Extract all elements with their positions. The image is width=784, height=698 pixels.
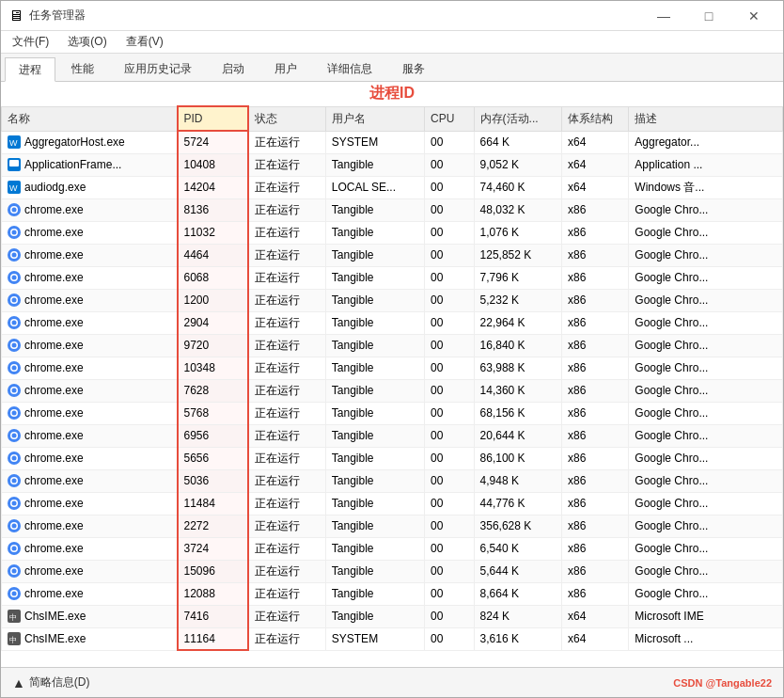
table-row[interactable]: chrome.exe6956正在运行Tangible0020,644 Kx86G… — [2, 424, 783, 447]
process-cpu: 00 — [424, 153, 474, 176]
process-user: SYSTEM — [325, 627, 424, 650]
process-name: chrome.exe — [2, 402, 178, 424]
table-row[interactable]: chrome.exe8136正在运行Tangible0048,032 Kx86G… — [2, 198, 783, 221]
col-header-user[interactable]: 用户名 — [325, 106, 424, 131]
tab-startup[interactable]: 启动 — [208, 56, 259, 81]
process-pid: 5724 — [178, 131, 249, 153]
table-row[interactable]: chrome.exe5768正在运行Tangible0068,156 Kx86G… — [2, 402, 783, 424]
process-arch: x86 — [562, 402, 629, 424]
menu-view[interactable]: 查看(V) — [118, 32, 171, 53]
table-row[interactable]: chrome.exe9720正在运行Tangible0016,840 Kx86G… — [2, 334, 783, 357]
svg-point-47 — [12, 501, 17, 506]
tab-performance[interactable]: 性能 — [57, 56, 108, 81]
col-header-status[interactable]: 状态 — [248, 106, 325, 131]
table-row[interactable]: chrome.exe11484正在运行Tangible0044,776 Kx86… — [2, 492, 783, 515]
process-name: Waudiodg.exe — [2, 176, 178, 198]
table-row[interactable]: chrome.exe6068正在运行Tangible007,796 Kx86Go… — [2, 266, 783, 289]
table-row[interactable]: chrome.exe10348正在运行Tangible0063,988 Kx86… — [2, 357, 783, 379]
table-row[interactable]: chrome.exe1200正在运行Tangible005,232 Kx86Go… — [2, 289, 783, 311]
process-arch: x64 — [562, 176, 629, 198]
process-pid: 2272 — [178, 515, 249, 537]
table-row[interactable]: chrome.exe5036正在运行Tangible004,948 Kx86Go… — [2, 469, 783, 492]
table-row[interactable]: ApplicationFrame...10408正在运行Tangible009,… — [2, 153, 783, 176]
process-table-container[interactable]: 名称 PID 状态 用户名 CPU 内存(活动... 体系结构 描述 WAggr… — [1, 105, 783, 667]
expand-label[interactable]: 简略信息(D) — [29, 674, 90, 690]
process-user: Tangible — [325, 221, 424, 244]
process-arch: x86 — [562, 334, 629, 357]
col-header-desc[interactable]: 描述 — [629, 106, 783, 131]
process-status: 正在运行 — [248, 379, 325, 402]
table-row[interactable]: chrome.exe4464正在运行Tangible00125,852 Kx86… — [2, 244, 783, 266]
process-status: 正在运行 — [248, 311, 325, 334]
process-cpu: 00 — [424, 627, 474, 650]
minimize-button[interactable]: — — [642, 1, 685, 31]
table-row[interactable]: chrome.exe7628正在运行Tangible0014,360 Kx86G… — [2, 379, 783, 402]
svg-rect-3 — [9, 160, 19, 167]
menu-bar: 文件(F) 选项(O) 查看(V) — [1, 31, 783, 54]
col-header-name[interactable]: 名称 — [2, 106, 178, 131]
table-row[interactable]: chrome.exe2904正在运行Tangible0022,964 Kx86G… — [2, 311, 783, 334]
table-row[interactable]: 中ChsIME.exe11164正在运行SYSTEM003,616 Kx64Mi… — [2, 627, 783, 650]
tab-services[interactable]: 服务 — [388, 56, 439, 81]
table-row[interactable]: chrome.exe2272正在运行Tangible00356,628 Kx86… — [2, 515, 783, 537]
svg-point-53 — [12, 547, 17, 551]
close-button[interactable]: ✕ — [732, 1, 776, 31]
table-row[interactable]: chrome.exe3724正在运行Tangible006,540 Kx86Go… — [2, 537, 783, 560]
process-user: Tangible — [325, 492, 424, 515]
process-user: Tangible — [325, 334, 424, 357]
process-description: Google Chro... — [629, 492, 783, 515]
process-description: Google Chro... — [629, 447, 783, 469]
process-description: Google Chro... — [629, 198, 783, 221]
col-header-pid[interactable]: PID — [178, 106, 249, 131]
title-icon: 🖥 — [8, 8, 24, 24]
menu-options[interactable]: 选项(O) — [60, 32, 114, 53]
table-row[interactable]: chrome.exe12088正在运行Tangible008,664 Kx86G… — [2, 582, 783, 605]
svg-point-59 — [12, 592, 17, 596]
process-status: 正在运行 — [248, 469, 325, 492]
table-row[interactable]: Waudiodg.exe14204正在运行LOCAL SE...0074,460… — [2, 176, 783, 198]
process-user: Tangible — [325, 537, 424, 560]
table-row[interactable]: chrome.exe5656正在运行Tangible0086,100 Kx86G… — [2, 447, 783, 469]
process-name: chrome.exe — [2, 492, 178, 515]
process-arch: x86 — [562, 289, 629, 311]
process-description: Google Chro... — [629, 266, 783, 289]
menu-file[interactable]: 文件(F) — [5, 32, 56, 53]
maximize-button[interactable]: □ — [687, 1, 730, 31]
tab-details[interactable]: 详细信息 — [313, 56, 386, 81]
process-user: Tangible — [325, 244, 424, 266]
process-user: Tangible — [325, 198, 424, 221]
process-name: 中ChsIME.exe — [2, 627, 178, 650]
process-description: Windows 音... — [629, 176, 783, 198]
svg-point-32 — [12, 389, 17, 393]
process-arch: x86 — [562, 379, 629, 402]
process-status: 正在运行 — [248, 131, 325, 153]
process-description: Microsoft ... — [629, 627, 783, 650]
tab-app-history[interactable]: 应用历史记录 — [110, 56, 206, 81]
process-description: Google Chro... — [629, 469, 783, 492]
process-memory: 16,840 K — [474, 334, 562, 357]
process-description: Google Chro... — [629, 357, 783, 379]
col-header-mem[interactable]: 内存(活动... — [474, 106, 562, 131]
col-header-cpu[interactable]: CPU — [424, 106, 474, 131]
process-name: chrome.exe — [2, 560, 178, 582]
process-user: LOCAL SE... — [325, 176, 424, 198]
process-memory: 86,100 K — [474, 447, 562, 469]
process-cpu: 00 — [424, 560, 474, 582]
tab-processes[interactable]: 进程 — [5, 57, 55, 82]
process-description: Google Chro... — [629, 289, 783, 311]
svg-point-44 — [12, 479, 17, 484]
process-arch: x86 — [562, 311, 629, 334]
process-pid: 7416 — [178, 605, 249, 627]
process-memory: 63,988 K — [474, 357, 562, 379]
process-name: chrome.exe — [2, 198, 178, 221]
table-row[interactable]: WAggregatorHost.exe5724正在运行SYSTEM00664 K… — [2, 131, 783, 153]
process-user: Tangible — [325, 402, 424, 424]
table-row[interactable]: chrome.exe15096正在运行Tangible005,644 Kx86G… — [2, 560, 783, 582]
process-memory: 5,644 K — [474, 560, 562, 582]
table-row[interactable]: chrome.exe11032正在运行Tangible001,076 Kx86G… — [2, 221, 783, 244]
tab-users[interactable]: 用户 — [260, 56, 311, 81]
process-status: 正在运行 — [248, 627, 325, 650]
col-header-arch[interactable]: 体系结构 — [562, 106, 629, 131]
table-row[interactable]: 中ChsIME.exe7416正在运行Tangible00824 Kx64Mic… — [2, 605, 783, 627]
process-cpu: 00 — [424, 198, 474, 221]
